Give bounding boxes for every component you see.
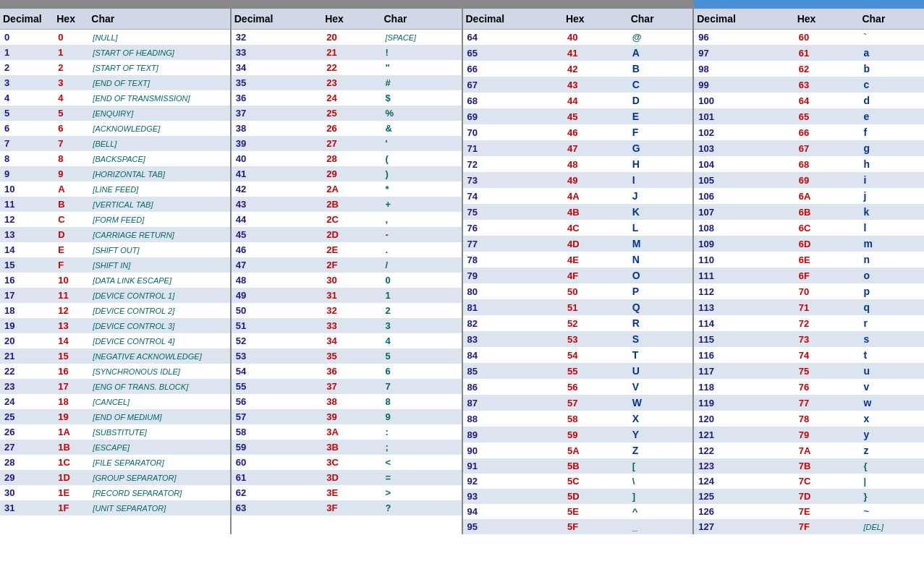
table-row: 1086Cl — [694, 220, 924, 236]
cell-char: [DEVICE CONTROL 4] — [88, 333, 229, 348]
cell-decimal: 74 — [463, 188, 563, 204]
cell-char: S — [628, 331, 693, 347]
cell-char: B — [628, 61, 693, 77]
cell-hex: 12 — [54, 303, 88, 318]
cell-char: { — [859, 458, 924, 474]
cell-char: R — [628, 315, 693, 331]
cell-char: < — [381, 455, 462, 470]
table-row: 6945E — [463, 108, 693, 124]
cell-char: K — [628, 204, 693, 220]
cell-hex: 41 — [563, 45, 628, 61]
table-row: 33[END OF TEXT] — [0, 75, 230, 90]
cell-hex: 63 — [794, 77, 860, 93]
cell-decimal: 107 — [694, 204, 794, 220]
cell-char: 7 — [381, 379, 462, 394]
cell-hex: 2D — [322, 227, 381, 242]
cell-hex: 59 — [563, 427, 628, 442]
cell-char: p — [859, 283, 924, 299]
cell-hex: 1 — [54, 45, 88, 60]
table-row: 764CL — [463, 220, 693, 236]
cell-char: T — [628, 347, 693, 363]
cell-hex: 4F — [563, 268, 628, 283]
cell-decimal: 94 — [463, 504, 563, 519]
cell-hex: 5F — [563, 519, 628, 534]
cell-decimal: 102 — [694, 124, 794, 140]
cell-decimal: 82 — [463, 315, 563, 331]
cell-char: J — [628, 188, 693, 204]
table-row: 9761a — [694, 45, 924, 61]
cell-char: X — [628, 411, 693, 427]
cell-decimal: 93 — [463, 489, 563, 504]
cell-char: + — [381, 197, 462, 212]
table-row: 66[ACKNOWLEDGE] — [0, 121, 230, 136]
cell-decimal: 3 — [0, 75, 54, 90]
table-row: 603C< — [232, 455, 462, 470]
table-row: 593B; — [232, 440, 462, 455]
cell-hex: 51 — [563, 299, 628, 315]
cell-hex: 71 — [794, 299, 860, 315]
cell-hex: 73 — [794, 331, 860, 347]
cell-decimal: 32 — [232, 30, 322, 46]
table-row: 15F[SHIFT IN] — [0, 257, 230, 273]
cell-char: ? — [381, 500, 462, 515]
cell-decimal: 80 — [463, 283, 563, 299]
cell-hex: 39 — [322, 409, 381, 424]
cell-char: n — [859, 252, 924, 268]
cell-decimal: 60 — [232, 455, 322, 470]
cell-hex: 3B — [322, 440, 381, 455]
cell-char: @ — [628, 30, 693, 46]
cell-decimal: 54 — [232, 364, 322, 379]
table-row: 9660` — [694, 30, 924, 46]
cell-hex: 43 — [563, 77, 628, 93]
table-row: 6440@ — [463, 30, 693, 46]
cell-decimal: 69 — [463, 108, 563, 124]
cell-decimal: 124 — [694, 474, 794, 489]
cell-decimal: 97 — [694, 45, 794, 61]
table-row: 9862b — [694, 61, 924, 77]
table-row: 432B+ — [232, 197, 462, 212]
cell-hex: 19 — [54, 409, 88, 424]
cell-hex: 10 — [54, 273, 88, 288]
cell-decimal: 23 — [0, 379, 54, 394]
cell-decimal: 30 — [0, 485, 54, 500]
cell-hex: 3A — [322, 424, 381, 440]
cell-char: r — [859, 315, 924, 331]
cell-decimal: 37 — [232, 106, 322, 121]
table-row: 311F[UNIT SEPARATOR] — [0, 500, 230, 515]
cell-decimal: 42 — [232, 181, 322, 197]
section-header-bar-1 — [232, 0, 462, 9]
cell-hex: 6 — [54, 121, 88, 136]
table-row: 2014[DEVICE CONTROL 4] — [0, 333, 230, 348]
cell-hex: 48 — [563, 156, 628, 172]
table-row: 4129) — [232, 166, 462, 181]
ascii-section-3: DecimalHexChar9660`9761a9862b9963c10064d… — [694, 0, 924, 534]
cell-hex: 1A — [54, 424, 88, 440]
cell-hex: 68 — [794, 156, 860, 172]
table-row: 8959Y — [463, 427, 693, 442]
cell-char: j — [859, 188, 924, 204]
cell-hex: 7E — [794, 504, 860, 519]
cell-decimal: 91 — [463, 458, 563, 474]
table-row: 11674t — [694, 347, 924, 363]
table-row: 6642B — [463, 61, 693, 77]
cell-decimal: 110 — [694, 252, 794, 268]
table-row: 3826& — [232, 121, 462, 136]
cell-hex: 7A — [794, 442, 860, 458]
cell-char: ) — [381, 166, 462, 181]
cell-decimal: 14 — [0, 242, 54, 257]
cell-char: [FORM FEED] — [88, 212, 229, 227]
cell-decimal: 126 — [694, 504, 794, 519]
cell-decimal: 20 — [0, 333, 54, 348]
cell-char: 4 — [381, 333, 462, 348]
ascii-table-2: DecimalHexChar6440@6541A6642B6743C6844D6… — [463, 9, 693, 534]
cell-decimal: 5 — [0, 106, 54, 121]
cell-hex: 5B — [563, 458, 628, 474]
cell-char: , — [381, 212, 462, 227]
cell-char: ! — [381, 45, 462, 60]
cell-hex: 17 — [54, 379, 88, 394]
table-row: 1610[DATA LINK ESCAPE] — [0, 273, 230, 288]
cell-char: [BACKSPACE] — [88, 151, 229, 166]
cell-char: [ENQUIRY] — [88, 106, 229, 121]
cell-decimal: 34 — [232, 60, 322, 75]
cell-decimal: 76 — [463, 220, 563, 236]
